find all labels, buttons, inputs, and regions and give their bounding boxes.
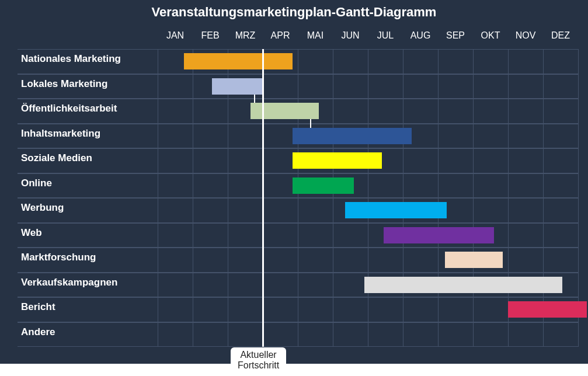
gantt-bar[interactable]	[445, 252, 503, 268]
plot-area: Nationales MarketingLokales MarketingÖff…	[18, 49, 578, 347]
row-label: Marktforschung	[21, 252, 96, 263]
row-label: Werbung	[21, 202, 64, 214]
row-label: Verkaufskampagnen	[21, 277, 117, 288]
row: Web	[18, 223, 578, 248]
gantt-bar[interactable]	[212, 78, 263, 95]
month-label-jun: JUN	[333, 30, 368, 41]
row-label: Web	[21, 227, 42, 239]
today-marker-label: Aktueller Fortschritt	[231, 347, 286, 373]
month-label-nov: NOV	[508, 30, 543, 41]
row: Werbung	[18, 198, 578, 223]
row: Nationales Marketing	[18, 49, 578, 74]
month-label-apr: APR	[263, 30, 298, 41]
row: Bericht	[18, 297, 578, 322]
gantt-bar[interactable]	[293, 128, 412, 144]
chart-title: Veranstaltungsmarketingplan-Gantt-Diagra…	[0, 5, 588, 20]
month-label-okt: OKT	[473, 30, 508, 41]
gantt-bar[interactable]	[345, 202, 447, 218]
row: Andere	[18, 322, 578, 347]
row-label: Bericht	[21, 301, 55, 313]
month-label-mrz: MRZ	[228, 30, 263, 41]
month-axis: JANFEBMRZAPRMAIJUNJULAUGSEPOKTNOVDEZ	[158, 30, 578, 48]
row: Lokales Marketing	[18, 74, 578, 99]
row-label: Lokales Marketing	[21, 78, 107, 90]
row-label: Soziale Medien	[21, 152, 92, 164]
gantt-bar[interactable]	[508, 301, 587, 318]
today-marker-line	[262, 49, 264, 347]
month-label-dez: DEZ	[543, 30, 578, 41]
month-label-sep: SEP	[438, 30, 473, 41]
row-label: Öffentlichkeitsarbeit	[21, 103, 117, 114]
row-label: Inhaltsmarketing	[21, 128, 100, 140]
gantt-bar[interactable]	[293, 177, 354, 194]
stage: Veranstaltungsmarketingplan-Gantt-Diagra…	[0, 0, 588, 376]
month-label-jan: JAN	[158, 30, 193, 41]
month-label-jul: JUL	[368, 30, 403, 41]
gantt-bar[interactable]	[250, 103, 319, 119]
row-label: Nationales Marketing	[21, 53, 121, 65]
month-label-aug: AUG	[403, 30, 438, 41]
month-label-feb: FEB	[193, 30, 228, 41]
gantt-bar[interactable]	[384, 227, 494, 243]
month-label-mai: MAI	[298, 30, 333, 41]
gantt-bar[interactable]	[364, 277, 562, 293]
gantt-bar[interactable]	[184, 53, 293, 69]
gantt-bar[interactable]	[293, 152, 382, 169]
row-label: Online	[21, 177, 52, 189]
row-label: Andere	[21, 326, 55, 338]
